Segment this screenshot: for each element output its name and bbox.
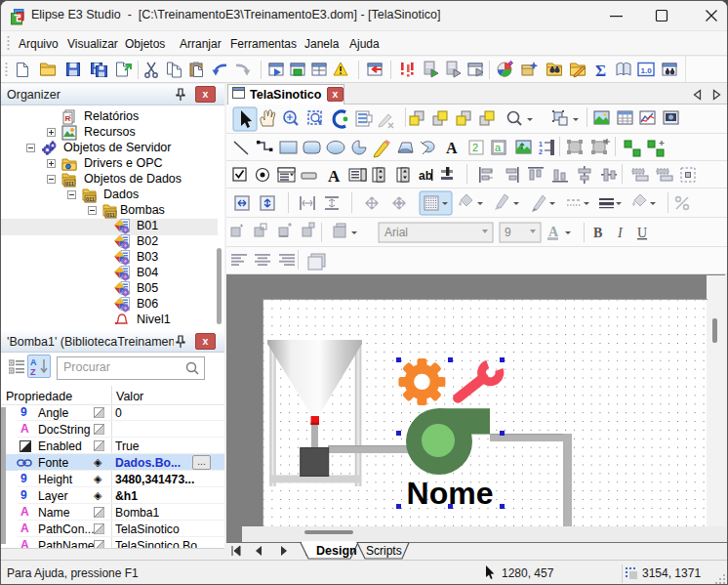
svg-text:1: 1 <box>539 141 543 147</box>
svg-text:A: A <box>446 140 458 156</box>
svg-text:011: 011 <box>106 212 115 218</box>
svg-text:2: 2 <box>539 148 543 155</box>
svg-text:A: A <box>328 167 341 186</box>
svg-text:U: U <box>637 226 647 240</box>
svg-text:B: B <box>593 226 602 240</box>
svg-text:Z: Z <box>30 367 36 376</box>
svg-text:2: 2 <box>472 142 478 153</box>
svg-text:Σ: Σ <box>595 62 606 80</box>
svg-text:I: I <box>617 226 624 240</box>
svg-text:011: 011 <box>86 196 95 202</box>
svg-text:9: 9 <box>505 226 511 239</box>
svg-text:1.0: 1.0 <box>641 66 653 75</box>
svg-text:Design: Design <box>316 544 357 558</box>
svg-text:Arial: Arial <box>384 226 408 239</box>
svg-text:a: a <box>495 142 502 153</box>
svg-text:A: A <box>30 357 37 367</box>
svg-text:A: A <box>548 225 559 239</box>
svg-text:Scripts: Scripts <box>366 544 402 558</box>
svg-text:011: 011 <box>65 181 74 187</box>
svg-text:ab: ab <box>419 169 432 183</box>
